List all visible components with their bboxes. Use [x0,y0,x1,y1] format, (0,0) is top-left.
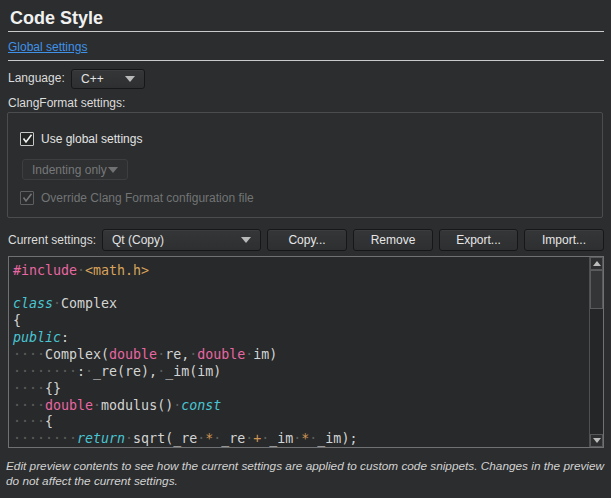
code-line: ········return·sqrt(_re·*·_re·+·_im·*·_i… [13,431,588,447]
title-rule [8,31,604,32]
code-line: { [13,313,588,330]
use-global-settings-checkbox[interactable]: Use global settings [20,132,142,146]
code-line: ····{ [13,414,588,431]
code-line: ····Complex(double·re,·double·im) [13,347,588,364]
code-line: ····{} [13,381,588,398]
export-button[interactable]: Export... [439,229,518,251]
triangle-up-icon [593,261,601,266]
code-line: public: [13,330,588,347]
override-clangformat-label: Override Clang Format configuration file [41,191,254,205]
use-global-settings-label: Use global settings [41,132,142,146]
footer-note-line2: do not affect the current settings. [6,474,606,489]
language-label: Language: [8,71,65,85]
footer-note: Edit preview contents to see how the cur… [6,459,606,489]
vertical-scrollbar[interactable] [589,257,603,447]
checkbox-box[interactable] [20,132,34,146]
language-dropdown-value: C++ [72,72,125,86]
code-preview-text[interactable]: #include·<math.h>class·Complex{public:··… [9,257,588,447]
clangformat-mode-dropdown[interactable]: Indenting only [22,159,128,180]
scrollbar-down-button[interactable] [590,434,603,447]
current-settings-label: Current settings: [8,233,96,247]
checkbox-box[interactable] [20,191,34,205]
clangformat-mode-value: Indenting only [23,163,108,177]
current-settings-dropdown[interactable]: Qt (Copy) [102,229,261,251]
code-line: class·Complex [13,296,588,313]
clangformat-settings-label: ClangFormat settings: [8,96,125,110]
global-settings-link[interactable]: Global settings [8,40,87,54]
code-line: ····double·modulus()·const [13,398,588,415]
code-preview-editor[interactable]: #include·<math.h>class·Complex{public:··… [8,256,604,448]
copy-button[interactable]: Copy... [267,229,347,251]
code-line [13,280,588,297]
page-title: Code Style [10,9,103,27]
header-separator [8,60,604,61]
triangle-down-icon [593,438,601,443]
override-clangformat-checkbox[interactable]: Override Clang Format configuration file [20,191,254,205]
checkmark-icon [22,134,33,144]
scrollbar-thumb[interactable] [590,270,603,309]
code-line: ········:·_re(re),·_im(im) [13,364,588,381]
code-line: #include·<math.h> [13,263,588,280]
language-dropdown[interactable]: C++ [71,69,145,89]
chevron-down-icon [125,76,135,82]
code-style-settings-page: Code Style Global settings Language: C++… [0,0,611,498]
scrollbar-up-button[interactable] [590,257,603,270]
chevron-down-icon [241,237,251,243]
chevron-down-icon [108,167,118,173]
current-settings-value: Qt (Copy) [103,233,241,247]
footer-note-line1: Edit preview contents to see how the cur… [6,459,606,474]
remove-button[interactable]: Remove [353,229,433,251]
import-button[interactable]: Import... [524,229,604,251]
checkmark-icon [22,193,33,203]
